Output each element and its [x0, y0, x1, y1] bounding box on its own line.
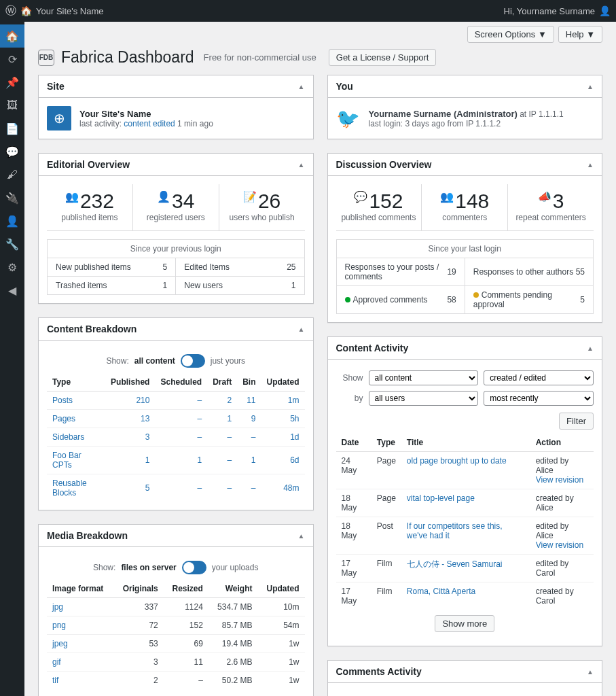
content-breakdown-title: Content Breakdown: [47, 324, 137, 334]
content-activity-widget: Content Activity▲ Show all content creat…: [327, 336, 603, 646]
content-count-link[interactable]: –: [251, 483, 256, 493]
sidebar-item-users[interactable]: 👤: [0, 209, 24, 232]
discussion-overview-widget: Discussion Overview▲ 💬152published comme…: [327, 153, 603, 323]
collapse-icon[interactable]: ▲: [298, 161, 305, 169]
comments-activity-title: Comments Activity: [336, 666, 422, 677]
screen-options-button[interactable]: Screen Options ▼: [467, 26, 554, 43]
you-last-login: last login: 3 days ago from IP 1.1.1.2: [369, 119, 564, 128]
content-count-link[interactable]: 9: [251, 414, 256, 423]
collapse-icon[interactable]: ▲: [587, 668, 594, 676]
content-count-link[interactable]: 6d: [290, 455, 299, 465]
content-count-link[interactable]: –: [227, 432, 232, 442]
content-count-link[interactable]: –: [197, 432, 202, 442]
sidebar-item-posts[interactable]: 📌: [0, 71, 24, 94]
content-count-link[interactable]: 13: [141, 414, 149, 423]
table-header: Bin: [237, 373, 261, 392]
content-count-link[interactable]: –: [251, 432, 256, 442]
avatar-icon[interactable]: 👤: [599, 5, 611, 16]
action-filter-select[interactable]: created / edited: [484, 370, 594, 385]
collapse-icon[interactable]: ▲: [587, 161, 594, 169]
sidebar-item-collapse[interactable]: ◀: [0, 279, 24, 302]
collapse-icon[interactable]: ▲: [587, 345, 594, 352]
help-button[interactable]: Help ▼: [558, 26, 602, 43]
admin-bar-site-name[interactable]: Your Site's Name: [36, 6, 104, 16]
content-count-link[interactable]: 11: [247, 396, 255, 405]
content-count-link[interactable]: –: [227, 483, 232, 493]
collapse-icon[interactable]: ▲: [298, 532, 305, 540]
content-count-link[interactable]: –: [227, 455, 232, 465]
content-type-link[interactable]: Foo Bar CPTs: [52, 451, 81, 470]
table-row: tif2–50.2 MB1w: [47, 672, 305, 690]
sidebar-item-appearance[interactable]: 🖌: [0, 163, 24, 186]
content-count-link[interactable]: 48m: [283, 483, 299, 493]
site-name: Your Site's Name: [79, 109, 213, 119]
content-count-link[interactable]: 1: [227, 414, 232, 423]
content-count-link[interactable]: –: [197, 483, 202, 493]
media-type-link[interactable]: jpg: [52, 602, 63, 612]
content-count-link[interactable]: 2: [227, 396, 232, 405]
view-revision-link[interactable]: View revision: [536, 540, 583, 550]
toggle-label-left: all content: [134, 356, 175, 366]
media-breakdown-toggle[interactable]: [182, 561, 206, 574]
content-edited-link[interactable]: content edited: [124, 119, 175, 128]
content-type-link[interactable]: Sidebars: [52, 432, 84, 442]
order-filter-select[interactable]: most recently: [484, 391, 594, 406]
collapse-icon[interactable]: ▲: [298, 83, 305, 90]
media-type-link[interactable]: jpeg: [52, 639, 68, 648]
table-row: Pages13–195h: [47, 410, 305, 428]
table-header: Type: [47, 373, 105, 392]
page-subtitle: Free for non-commercial use: [204, 52, 316, 63]
content-type-link[interactable]: Pages: [52, 414, 75, 423]
content-filter-select[interactable]: all content: [369, 370, 479, 385]
media-type-link[interactable]: gif: [52, 657, 61, 667]
collapse-icon[interactable]: ▲: [298, 326, 305, 333]
admin-bar-greeting[interactable]: Hi, Yourname Surname: [504, 6, 595, 16]
sidebar-item-tools[interactable]: 🔧: [0, 232, 24, 256]
editorial-since-header: Since your previous login: [48, 240, 304, 258]
sidebar-item-updates[interactable]: ⟳: [0, 48, 24, 71]
table-row: jpeg536919.4 MB1w: [47, 635, 305, 653]
stat-item: 📝26users who publish: [219, 184, 305, 230]
wordpress-logo-icon[interactable]: ⓦ: [5, 4, 16, 18]
media-type-link[interactable]: tif: [52, 676, 58, 685]
content-type-link[interactable]: Reusable Blocks: [52, 478, 87, 498]
stat-item: 💬152published comments: [336, 184, 422, 230]
view-revision-link[interactable]: View revision: [536, 475, 583, 485]
content-count-link[interactable]: 3: [145, 432, 150, 442]
table-header: Type: [372, 434, 401, 452]
content-type-link[interactable]: Posts: [52, 396, 73, 405]
content-title-link[interactable]: 七人の侍 - Seven Samurai: [407, 559, 503, 569]
content-count-link[interactable]: 210: [136, 396, 149, 405]
users-filter-select[interactable]: all users: [369, 391, 479, 406]
content-count-link[interactable]: 5: [145, 483, 150, 493]
show-more-button[interactable]: Show more: [435, 615, 494, 632]
content-title-link[interactable]: If our competitors see this, we've had i…: [407, 521, 503, 540]
content-count-link[interactable]: 1: [145, 455, 150, 465]
content-count-link[interactable]: 1: [251, 455, 256, 465]
content-count-link[interactable]: 1: [197, 455, 202, 465]
stat-cell: Trashed items1: [48, 277, 176, 294]
content-title-link[interactable]: vital top-level page: [407, 493, 475, 503]
content-count-link[interactable]: 1m: [288, 396, 300, 405]
sidebar-item-media[interactable]: 🖼: [0, 94, 24, 117]
content-title-link[interactable]: old page brought up to date: [407, 456, 507, 466]
sidebar-item-plugins[interactable]: 🔌: [0, 186, 24, 209]
content-count-link[interactable]: 1d: [290, 432, 299, 442]
table-row: jpg3371124534.7 MB10m: [47, 598, 305, 616]
sidebar-item-pages[interactable]: 📄: [0, 117, 24, 140]
content-title-link[interactable]: Roma, Città Aperta: [407, 587, 475, 596]
filter-button[interactable]: Filter: [559, 413, 594, 430]
home-icon[interactable]: 🏠: [20, 5, 32, 16]
content-count-link[interactable]: 5h: [290, 414, 299, 423]
sidebar-item-dashboard[interactable]: 🏠: [0, 24, 24, 48]
show-label: Show: [336, 373, 363, 383]
sidebar-item-settings[interactable]: ⚙: [0, 256, 24, 279]
content-breakdown-toggle[interactable]: [181, 354, 205, 368]
license-support-button[interactable]: Get a License / Support: [329, 49, 437, 66]
content-count-link[interactable]: –: [197, 414, 202, 423]
content-count-link[interactable]: –: [197, 396, 202, 405]
sidebar-item-comments[interactable]: 💬: [0, 140, 24, 163]
collapse-icon[interactable]: ▲: [587, 83, 594, 90]
media-type-link[interactable]: png: [52, 621, 66, 630]
admin-sidebar: 🏠 ⟳ 📌 🖼 📄 💬 🖌 🔌 👤 🔧 ⚙ ◀: [0, 22, 24, 696]
